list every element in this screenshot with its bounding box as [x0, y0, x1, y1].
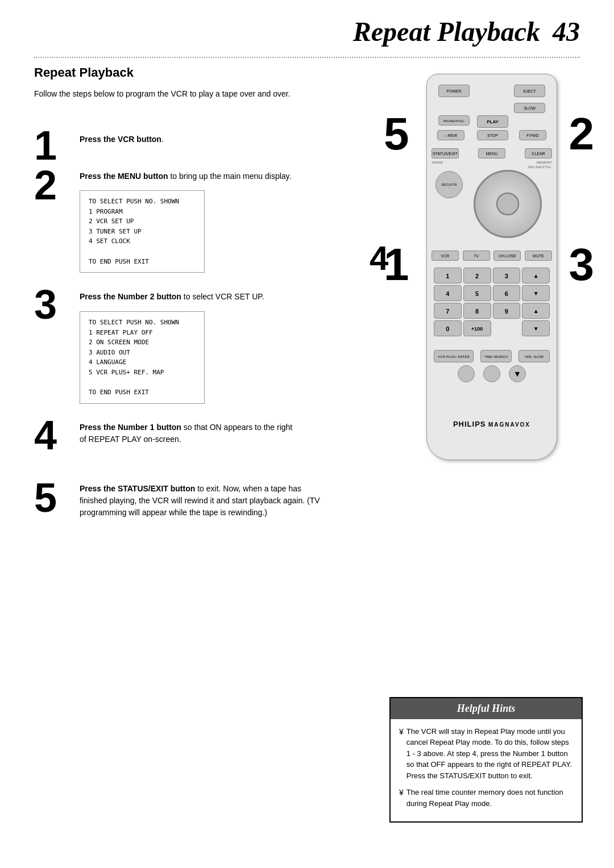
rec-jog-area: REC/OTR [435, 171, 463, 198]
step-5-number: 5 [34, 477, 57, 518]
spacer [493, 320, 521, 336]
memory-label: MEMORY [537, 161, 552, 164]
menu-line: 1 PROGRAM [89, 207, 196, 217]
step-4-number: 4 [34, 415, 57, 456]
remote-body: POWER EJECT SLOW PAUSE/STILL PLAY – REW … [426, 74, 557, 460]
menu-line: 4 LANGUAGE [89, 357, 196, 368]
menu-line: TO SELECT PUSH NO. SHOWN [89, 197, 196, 207]
speed-label: SPEED [432, 161, 443, 164]
circle-btn-1[interactable] [458, 365, 475, 382]
step-3-bold: Press the Number 2 button [80, 292, 181, 301]
jog-wheel-area: JOG SHUTTLE [464, 165, 551, 238]
bottom-btn-row: VCR PLUS+ ENTER TIME SEARCH VAR. SLOW [434, 350, 550, 362]
power-button[interactable]: POWER [438, 85, 470, 97]
num-5-button[interactable]: 5 [463, 285, 491, 301]
circle-btn-3[interactable]: ▼ [509, 365, 526, 382]
middle-btn-row: STATUS/EXIT MENU CLEAR [432, 148, 552, 158]
step-1-content: Press the VCR button. [80, 133, 296, 145]
num-3-button[interactable]: 3 [493, 268, 521, 283]
num-1-button[interactable]: 1 [434, 268, 462, 283]
menu-line: TO SELECT PUSH NO. SHOWN [89, 318, 196, 328]
remote-top-row: POWER EJECT [438, 85, 545, 97]
step-3-rest: to select VCR SET UP. [181, 292, 264, 301]
time-search-button[interactable]: TIME SEARCH [480, 350, 512, 362]
jog-shuttle-wheel[interactable] [474, 170, 542, 238]
intro-text: Follow the steps below to program the VC… [34, 88, 307, 100]
hint-text-1: The VCR will stay in Repeat Play mode un… [406, 726, 573, 782]
menu-line: TO END PUSH EXIT [89, 387, 196, 398]
ffwd-button[interactable]: F.FWD [519, 130, 546, 140]
menu-line: 3 AUDIO OUT [89, 348, 196, 358]
title-number: 43 [553, 16, 580, 47]
ch-up-button[interactable]: ▲ [522, 303, 550, 319]
menu-button[interactable]: MENU [478, 148, 505, 158]
vol-dn-button[interactable]: ▼ [522, 285, 550, 301]
menu-line [89, 247, 196, 257]
helpful-hints-header: Helpful Hints [391, 698, 582, 719]
helpful-hints-content: ¥ The VCR will stay in Repeat Play mode … [391, 719, 582, 822]
menu-line: 3 TUNER SET UP [89, 227, 196, 237]
hint-item-1: ¥ The VCR will stay in Repeat Play mode … [399, 726, 573, 782]
vcr-button[interactable]: VCR [432, 251, 459, 261]
step-1-rest: . [161, 135, 164, 144]
section-heading: Repeat Playback [34, 65, 134, 80]
num-4-button[interactable]: 4 [434, 285, 462, 301]
slow-button[interactable]: SLOW [514, 103, 545, 113]
vol-up-button[interactable]: ▲ [522, 268, 550, 283]
var-slow-button[interactable]: VAR. SLOW [518, 350, 550, 362]
rew-button[interactable]: – REW [437, 130, 464, 140]
tv-button[interactable]: TV [463, 251, 490, 261]
step-4-content: Press the Number 1 button so that ON app… [80, 422, 296, 445]
step-5-content: Press the STATUS/EXIT button to exit. No… [80, 483, 324, 519]
remote-big-num-4: 4 [370, 239, 388, 278]
menu-line [89, 378, 196, 388]
num-2-button[interactable]: 2 [463, 268, 491, 283]
menu-line: 4 SET CLOCK [89, 236, 196, 247]
magnavox-text: MAGNAVOX [488, 422, 530, 428]
hint-item-2: ¥ The real time counter memory does not … [399, 787, 573, 809]
menu-line: 1 REPEAT PLAY OFF [89, 328, 196, 338]
remote-big-num-2: 2 [569, 108, 595, 160]
title-italic-text: Repeat Playback [353, 16, 540, 47]
brand-logo: PHILIPS MAGNAVOX [427, 420, 557, 428]
hint-bullet-2: ¥ [399, 787, 404, 809]
remote-control: 5 2 1 3 4 POWER EJECT SLOW PAUSE/STILL P… [401, 74, 583, 483]
step-1-bold: Press the VCR button [80, 135, 161, 144]
step-2-menu: TO SELECT PUSH NO. SHOWN 1 PROGRAM 2 VCR… [80, 190, 205, 273]
page-container: Repeat Playback 43 Repeat Playback Follo… [0, 0, 614, 868]
circle-btns: ▼ [434, 365, 550, 382]
pause-button[interactable]: PAUSE/STILL [438, 115, 470, 126]
remote-big-num-5: 5 [384, 108, 409, 160]
step-5-bold: Press the STATUS/EXIT button [80, 484, 195, 493]
jog-label: JOG SHUTTLE [464, 165, 551, 169]
play-button[interactable]: PLAY [477, 115, 508, 128]
vcr-plus-button[interactable]: VCR PLUS+ ENTER [434, 350, 474, 362]
plus-100-button[interactable]: +100 [463, 320, 491, 336]
jog-inner-circle [496, 193, 519, 215]
clear-button[interactable]: CLEAR [525, 148, 552, 158]
step-2-rest: to bring up the main menu display. [168, 172, 292, 181]
step-2-content: Press the MENU button to bring up the ma… [80, 170, 296, 182]
page-title: Repeat Playback 43 [353, 16, 580, 47]
menu-line: 2 VCR SET UP [89, 216, 196, 227]
num-9-button[interactable]: 9 [493, 303, 521, 319]
menu-line: 2 ON SCREEN MODE [89, 337, 196, 348]
num-0-button[interactable]: 0 [434, 320, 462, 336]
ch-dn-button[interactable]: ▼ [522, 320, 550, 336]
mute-button[interactable]: MUTE [525, 251, 552, 261]
eject-button[interactable]: EJECT [514, 85, 545, 97]
hint-text-2: The real time counter memory does not fu… [406, 787, 573, 809]
rec-otr-button[interactable]: REC/OTR [435, 171, 463, 198]
step-2-number: 2 [34, 165, 57, 206]
ch-lose-button[interactable]: CH.LOSE [493, 251, 521, 261]
stop-button[interactable]: STOP [477, 130, 508, 140]
hint-bullet-1: ¥ [399, 726, 404, 782]
num-6-button[interactable]: 6 [493, 285, 521, 301]
status-exit-button[interactable]: STATUS/EXIT [432, 148, 459, 158]
circle-btn-2[interactable] [483, 365, 500, 382]
step-3-content: Press the Number 2 button to select VCR … [80, 291, 296, 303]
remote-big-num-3: 3 [569, 239, 595, 291]
num-8-button[interactable]: 8 [463, 303, 491, 319]
num-7-button[interactable]: 7 [434, 303, 462, 319]
menu-line: 5 VCR PLUS+ REF. MAP [89, 368, 196, 378]
